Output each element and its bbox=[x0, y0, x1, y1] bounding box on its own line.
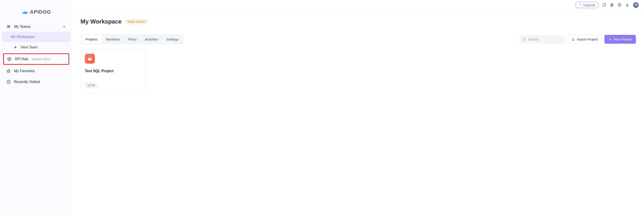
gear-icon[interactable] bbox=[610, 3, 614, 7]
sparkle-icon bbox=[579, 4, 582, 7]
svg-rect-11 bbox=[88, 57, 92, 58]
sidebar: APIDOG My Teams bbox=[0, 0, 72, 215]
sidebar-item-my-workspace[interactable]: My Workspace bbox=[2, 32, 70, 42]
role-badge: Team Owner bbox=[125, 19, 148, 25]
compass-icon bbox=[7, 57, 12, 61]
project-card[interactable]: Test SQL Project HTTP bbox=[80, 49, 146, 93]
teams-icon bbox=[6, 25, 11, 29]
svg-point-1 bbox=[22, 12, 28, 14]
search-icon bbox=[523, 38, 526, 41]
sidebar-section-my-teams[interactable]: My Teams bbox=[0, 22, 72, 32]
svg-point-8 bbox=[619, 6, 620, 6]
svg-point-3 bbox=[9, 26, 10, 27]
logo-icon bbox=[22, 10, 28, 14]
topbar: Upgrade bbox=[72, 0, 644, 10]
main-content: Upgrade bbox=[72, 0, 644, 215]
tabs: Projects Members Plans Activities Settin… bbox=[80, 34, 184, 44]
plus-icon bbox=[608, 38, 612, 41]
sidebar-item-new-team[interactable]: New Team bbox=[0, 42, 72, 53]
tab-settings[interactable]: Settings bbox=[162, 35, 182, 44]
help-icon[interactable] bbox=[617, 3, 622, 7]
plus-icon bbox=[13, 45, 18, 49]
workspace-label: My Workspace bbox=[11, 35, 35, 39]
favorites-label: My Favorites bbox=[14, 69, 35, 73]
upgrade-label: Upgrade bbox=[583, 3, 596, 7]
refresh-icon[interactable] bbox=[602, 3, 606, 7]
upgrade-button[interactable]: Upgrade bbox=[575, 2, 599, 8]
annotation-highlight: API Hub Explore More bbox=[3, 53, 69, 65]
tab-activities[interactable]: Activities bbox=[141, 35, 162, 44]
sidebar-item-favorites[interactable]: My Favorites bbox=[0, 66, 72, 77]
tab-projects[interactable]: Projects bbox=[82, 35, 102, 44]
new-team-label: New Team bbox=[21, 45, 38, 49]
svg-point-6 bbox=[612, 4, 612, 6]
tab-plans[interactable]: Plans bbox=[124, 35, 141, 44]
tab-members[interactable]: Members bbox=[102, 35, 124, 44]
api-hub-meta: Explore More bbox=[32, 57, 51, 61]
import-label: Import Project bbox=[577, 37, 598, 41]
svg-point-2 bbox=[8, 25, 9, 27]
import-icon bbox=[572, 38, 575, 41]
brand-logo[interactable]: APIDOG bbox=[0, 7, 72, 22]
svg-rect-13 bbox=[90, 57, 91, 58]
new-project-button[interactable]: New Project bbox=[604, 35, 636, 44]
project-icon bbox=[85, 54, 95, 64]
chevron-up-icon bbox=[62, 25, 66, 29]
recently-label: Recently Visited bbox=[14, 80, 40, 84]
svg-point-9 bbox=[523, 38, 525, 40]
project-name: Test SQL Project bbox=[85, 69, 142, 73]
my-teams-label: My Teams bbox=[14, 25, 30, 29]
star-icon bbox=[6, 69, 11, 73]
svg-rect-12 bbox=[89, 57, 89, 58]
bell-icon[interactable] bbox=[625, 3, 630, 7]
protocol-badge: HTTP bbox=[85, 83, 98, 88]
search-input[interactable] bbox=[528, 37, 562, 41]
avatar[interactable] bbox=[633, 2, 639, 8]
new-project-label: New Project bbox=[614, 37, 632, 41]
sidebar-item-recently-visited[interactable]: Recently Visited bbox=[0, 77, 72, 87]
page-title: My Workspace bbox=[80, 18, 122, 25]
api-hub-label: API Hub bbox=[15, 57, 28, 61]
search-box[interactable] bbox=[520, 35, 565, 44]
sidebar-item-api-hub[interactable]: API Hub Explore More bbox=[4, 55, 68, 64]
brand-name: APIDOG bbox=[30, 9, 51, 15]
clock-icon bbox=[6, 80, 11, 84]
import-project-button[interactable]: Import Project bbox=[568, 35, 602, 44]
